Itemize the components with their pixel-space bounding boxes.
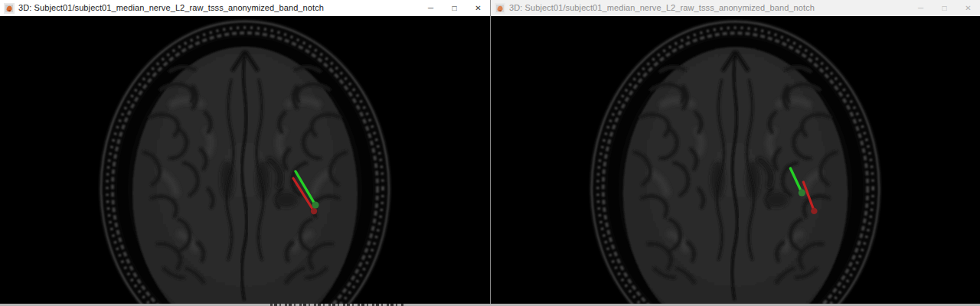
3d-viewport[interactable]	[491, 16, 980, 304]
close-button[interactable]: ✕	[466, 0, 490, 16]
3d-viewport[interactable]	[0, 16, 490, 304]
window-controls: ─ □ ✕	[419, 0, 490, 16]
minimize-button[interactable]: ─	[419, 0, 443, 16]
window-controls: ─ □ ✕	[909, 0, 980, 16]
window-3d-figure-right: 3D: Subject01/subject01_median_nerve_L2_…	[490, 0, 980, 304]
dipole-green-dot	[799, 189, 805, 196]
titlebar[interactable]: 3D: Subject01/subject01_median_nerve_L2_…	[491, 0, 980, 16]
window-title: 3D: Subject01/subject01_median_nerve_L2_…	[509, 0, 909, 16]
brain-render	[491, 16, 980, 304]
close-button[interactable]: ✕	[956, 0, 980, 16]
dipole-green-dot	[312, 201, 318, 208]
app-icon	[4, 3, 15, 14]
maximize-button[interactable]: □	[443, 0, 466, 16]
window-title: 3D: Subject01/subject01_median_nerve_L2_…	[18, 0, 419, 16]
desktop: 3D: Subject01/subject01_median_nerve_L2_…	[0, 0, 980, 306]
window-3d-figure-left: 3D: Subject01/subject01_median_nerve_L2_…	[0, 0, 490, 304]
brain-render	[0, 16, 490, 304]
dipole-red-dot	[811, 208, 817, 214]
titlebar[interactable]: 3D: Subject01/subject01_median_nerve_L2_…	[0, 0, 490, 16]
maximize-button[interactable]: □	[933, 0, 956, 16]
minimize-button[interactable]: ─	[909, 0, 933, 16]
app-icon	[495, 3, 505, 14]
dipole-red-dot	[311, 208, 317, 214]
